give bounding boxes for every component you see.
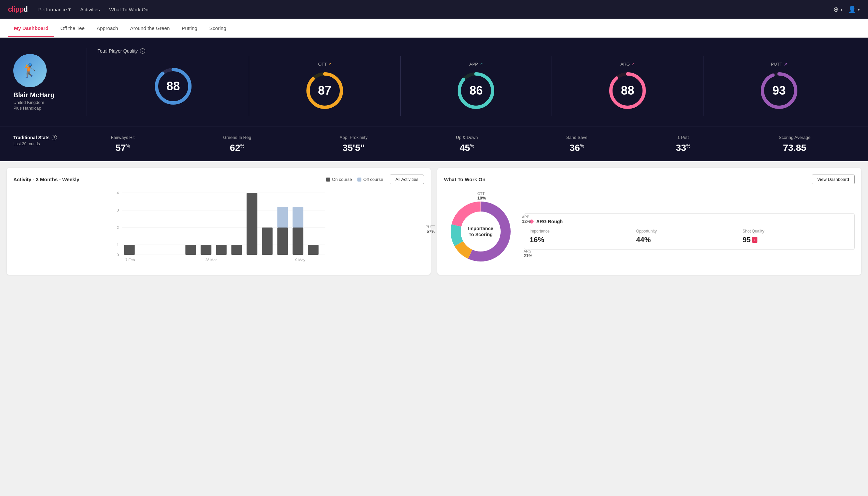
svg-rect-25 (232, 245, 242, 255)
svg-text:9 May: 9 May (296, 258, 305, 262)
user-icon: 👤 (848, 5, 856, 13)
nav-what-to-work-on[interactable]: What To Work On (109, 7, 148, 12)
app-value: 86 (469, 83, 483, 98)
tpq-ring: 88 (98, 56, 249, 116)
logo: clippd (8, 5, 28, 14)
arg-ring-item: ARG ↗ 88 (552, 56, 703, 116)
tabs-bar: My Dashboard Off the Tee Approach Around… (0, 19, 868, 37)
stat-sand-save: Sand Save 36% (566, 135, 587, 153)
ott-ring-item: OTT ↗ 87 (249, 56, 400, 116)
legend-on-course: On course (326, 177, 352, 182)
stat-up-down: Up & Down 45% (456, 135, 478, 153)
player-handicap: Plus Handicap (13, 106, 41, 111)
activity-card-header: Activity - 3 Months - Weekly On course O… (13, 174, 424, 184)
svg-text:2: 2 (116, 226, 119, 230)
activity-chart-title: Activity - 3 Months - Weekly (13, 176, 79, 182)
plus-circle-icon: ⊕ (833, 5, 839, 13)
nav-performance[interactable]: Performance ▾ (38, 6, 71, 12)
stats-row: Traditional Stats ? Last 20 rounds Fairw… (0, 127, 868, 161)
svg-rect-31 (293, 207, 303, 228)
stats-items: Fairways Hit 57% Greens In Reg 62% App. … (67, 135, 855, 153)
svg-rect-22 (186, 245, 196, 255)
tpq-help-icon[interactable]: ? (140, 48, 145, 53)
activity-card: Activity - 3 Months - Weekly On course O… (7, 168, 431, 275)
arg-label: ARG ↗ (620, 62, 635, 67)
detail-metrics: Importance 16% Opportunity 44% Shot Qual… (530, 229, 849, 244)
wtwo-card: What To Work On View Dashboard (437, 168, 861, 275)
svg-rect-29 (278, 207, 288, 228)
stat-scoring-average: Scoring Average 73.85 (779, 135, 810, 153)
stat-1-putt: 1 Putt 33% (676, 135, 691, 153)
down-badge: ↓ (752, 237, 757, 243)
player-name: Blair McHarg (13, 91, 54, 99)
svg-text:7 Feb: 7 Feb (126, 258, 135, 262)
tab-approach[interactable]: Approach (91, 19, 124, 37)
add-label: ▾ (840, 7, 843, 12)
donut-center-label: ImportanceTo Scoring (468, 226, 493, 237)
nav-icons: ⊕ ▾ 👤 ▾ (833, 5, 860, 13)
player-info: 🏌️ Blair McHarg United Kingdom Plus Hand… (13, 54, 73, 111)
on-course-dot (326, 177, 330, 182)
tab-putting[interactable]: Putting (176, 19, 204, 37)
hero-section: 🏌️ Blair McHarg United Kingdom Plus Hand… (0, 37, 868, 127)
svg-text:0: 0 (116, 253, 119, 257)
tab-scoring[interactable]: Scoring (203, 19, 232, 37)
ott-arrow-icon: ↗ (328, 62, 331, 66)
putt-label: PUTT ↗ (771, 62, 787, 67)
player-country: United Kingdom (13, 100, 44, 105)
putt-ring-container: 93 (759, 71, 799, 111)
tab-around-the-green[interactable]: Around the Green (124, 19, 175, 37)
svg-rect-28 (278, 228, 288, 255)
donut-label-putt: PUTT 57% (426, 225, 435, 234)
importance-value: 16% (530, 235, 636, 244)
activity-chart-area: 4 3 2 1 0 (13, 189, 424, 263)
donut-chart-wrapper: ImportanceTo Scoring OTT 10% APP 12% ARG… (444, 195, 517, 268)
wtwo-card-header: What To Work On View Dashboard (444, 174, 855, 184)
ott-label: OTT ↗ (318, 62, 331, 67)
tab-my-dashboard[interactable]: My Dashboard (8, 19, 54, 37)
chart-legend: On course Off course (326, 177, 383, 182)
all-activities-button[interactable]: All Activities (390, 174, 424, 184)
chevron-down-icon: ▾ (68, 6, 71, 12)
stats-label-group: Traditional Stats ? Last 20 rounds (13, 135, 67, 146)
putt-arrow-icon: ↗ (784, 62, 787, 67)
tpq-value: 88 (167, 79, 180, 93)
stats-subtitle: Last 20 rounds (13, 142, 67, 146)
avatar-image: 🏌️ (22, 63, 38, 78)
app-arrow-icon: ↗ (479, 62, 483, 67)
hero-inner: 🏌️ Blair McHarg United Kingdom Plus Hand… (13, 48, 855, 116)
top-nav: clippd Performance ▾ Activities What To … (0, 0, 868, 19)
bottom-section: Activity - 3 Months - Weekly On course O… (0, 161, 868, 281)
nav-activities[interactable]: Activities (80, 7, 100, 12)
svg-text:4: 4 (116, 191, 119, 195)
donut-label-arg: ARG 21% (524, 249, 532, 258)
app-ring-container: 86 (456, 71, 496, 111)
wtwo-content: ImportanceTo Scoring OTT 10% APP 12% ARG… (444, 195, 855, 268)
user-menu[interactable]: 👤 ▾ (848, 5, 860, 13)
svg-text:28 Mar: 28 Mar (206, 258, 217, 262)
stat-fairways-hit: Fairways Hit 57% (111, 135, 135, 153)
detail-panel: ARG Rough Importance 16% Opportunity 44% (524, 213, 855, 250)
arg-value: 88 (621, 83, 634, 98)
tpq-label: Total Player Quality ? (98, 48, 855, 53)
donut-label-ott: OTT 10% (477, 191, 486, 201)
opportunity-value: 44% (636, 235, 743, 244)
stat-greens-in-reg: Greens In Reg 62% (223, 135, 251, 153)
donut-label-app: APP 12% (522, 215, 531, 224)
view-dashboard-button[interactable]: View Dashboard (812, 174, 855, 184)
wtwo-title: What To Work On (444, 176, 485, 182)
stats-help-icon[interactable]: ? (52, 135, 57, 140)
svg-text:1: 1 (116, 243, 119, 247)
tpq-section: Total Player Quality ? 88 (86, 48, 855, 116)
add-button[interactable]: ⊕ ▾ (833, 5, 843, 13)
stats-title: Traditional Stats ? (13, 135, 67, 140)
svg-rect-21 (124, 245, 135, 255)
app-ring-item: APP ↗ 86 (400, 56, 552, 116)
arg-arrow-icon: ↗ (631, 62, 635, 67)
putt-value: 93 (772, 83, 786, 98)
off-course-dot (358, 177, 361, 182)
arg-ring-container: 88 (607, 71, 647, 111)
ott-value: 87 (318, 83, 331, 98)
tab-off-the-tee[interactable]: Off the Tee (54, 19, 91, 37)
svg-text:3: 3 (116, 208, 119, 212)
